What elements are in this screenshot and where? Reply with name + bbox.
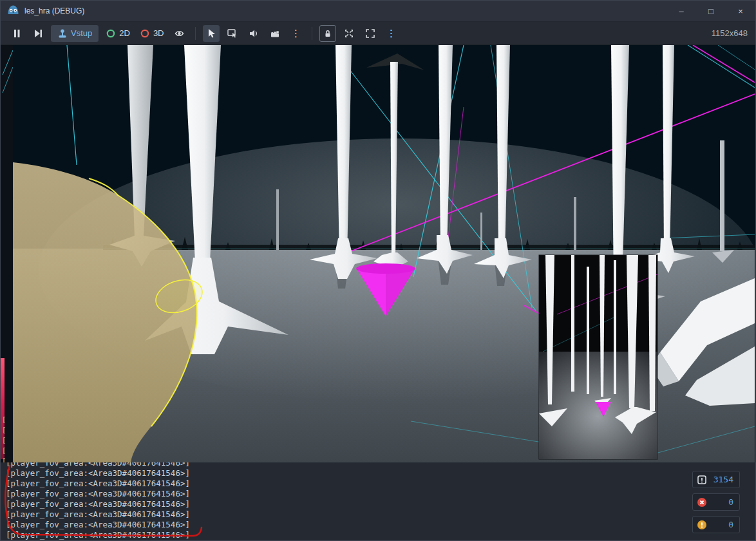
overflow-menu-button[interactable]: ⋮ [288, 25, 305, 42]
warnings-badge[interactable]: 0 [692, 516, 740, 533]
next-frame-button[interactable] [30, 25, 46, 42]
mode-3d-label: 3D [153, 28, 164, 38]
eye-icon [174, 28, 185, 39]
window-title: les_hra (DEBUG) [24, 6, 84, 15]
titlebar[interactable]: les_hra (DEBUG) – □ × [1, 1, 755, 22]
toolbar-separator [195, 27, 196, 40]
console-line: [player_fov_area:<Area3D#40617641546>] [6, 468, 755, 479]
left-strip-fragment: [ [2, 425, 6, 435]
vertical-dots-icon: ⋮ [291, 28, 301, 39]
console-line: [player_fov_area:<Area3D#40617641546>] [6, 499, 755, 509]
expand-arrows-icon [344, 28, 354, 39]
fullscreen-corners-icon [365, 28, 375, 39]
left-edge-strip: [[[[[ [1, 45, 13, 462]
input-vstup-button[interactable]: Vstup [51, 25, 99, 42]
console-line: [player_fov_area:<Area3D#40617641546>] [6, 489, 755, 499]
select-tool-button[interactable] [203, 25, 220, 42]
toolbar-separator [312, 27, 312, 40]
mode-2d-button[interactable]: 2D [103, 25, 133, 42]
console-lines: [player_fov_area:<Area3D#40617641546>][p… [1, 462, 755, 540]
maximize-button[interactable]: □ [696, 1, 726, 21]
console-line: [player_fov_area:<Area3D#40617641546>] [6, 530, 755, 540]
window-controls: – □ × [666, 1, 755, 21]
error-icon [697, 497, 707, 508]
speaker-icon [249, 28, 259, 39]
fit-window-button[interactable] [341, 25, 357, 42]
minimize-button[interactable]: – [666, 1, 696, 21]
node-select-icon [227, 28, 238, 39]
embed-lock-button[interactable] [319, 25, 336, 42]
fullscreen-button[interactable] [362, 25, 379, 42]
scene-svg [13, 45, 755, 462]
warnings-count: 0 [728, 520, 733, 529]
console-line: [player_fov_area:<Area3D#40617641546>] [6, 520, 755, 530]
console-line: [player_fov_area:<Area3D#40617641546>] [6, 509, 755, 520]
cursor-icon [206, 28, 216, 39]
viewport-resolution-label: 1152x648 [712, 28, 748, 38]
pause-icon [12, 28, 22, 39]
debug-console[interactable]: [player_fov_area:<Area3D#40617641546>][p… [1, 462, 755, 541]
window-options-menu-button[interactable]: ⋮ [383, 25, 400, 42]
mode-2d-icon [106, 28, 116, 39]
vertical-dots-icon: ⋮ [386, 28, 396, 39]
camera-preview-pip [539, 255, 657, 459]
input-vstup-label: Vstup [71, 28, 92, 38]
errors-badge[interactable]: 0 [692, 493, 740, 511]
left-strip-fragment: [ [2, 456, 6, 462]
left-strip-fragments: [[[[[ [2, 415, 6, 462]
warning-icon [697, 520, 707, 530]
lock-icon [323, 28, 333, 39]
debug-toolbar: Vstup 2D 3D [1, 22, 755, 45]
mode-3d-button[interactable]: 3D [137, 25, 167, 42]
messages-badge[interactable]: 3154 [692, 471, 740, 488]
godot-logo-icon [7, 5, 19, 17]
left-strip-fragment: [ [2, 415, 6, 425]
console-line: [player_fov_area:<Area3D#40617641546>] [6, 462, 755, 468]
left-strip-fragment: [ [2, 435, 6, 446]
messages-count: 3154 [713, 475, 733, 484]
game-viewport[interactable] [13, 45, 755, 462]
app-window: les_hra (DEBUG) – □ × V [0, 0, 756, 541]
next-frame-icon [33, 28, 43, 39]
mode-2d-label: 2D [119, 28, 130, 38]
pause-button[interactable] [8, 25, 25, 42]
errors-count: 0 [728, 497, 733, 507]
joystick-icon [57, 28, 68, 39]
movie-maker-button[interactable] [267, 25, 283, 42]
mode-3d-icon [140, 28, 150, 39]
left-strip-lines [1, 45, 13, 122]
left-strip-fragment: [ [2, 446, 6, 456]
message-count-icon [697, 475, 707, 485]
audio-mute-button[interactable] [245, 25, 262, 42]
debugger-badges: 3154 0 0 [692, 471, 740, 533]
node-select-button[interactable] [224, 25, 241, 42]
content-area: [[[[[ [1, 45, 755, 462]
movie-clapper-icon [270, 28, 280, 39]
console-line: [player_fov_area:<Area3D#40617641546>] [6, 479, 755, 489]
visible-collision-button[interactable] [171, 25, 188, 42]
close-button[interactable]: × [726, 1, 755, 21]
